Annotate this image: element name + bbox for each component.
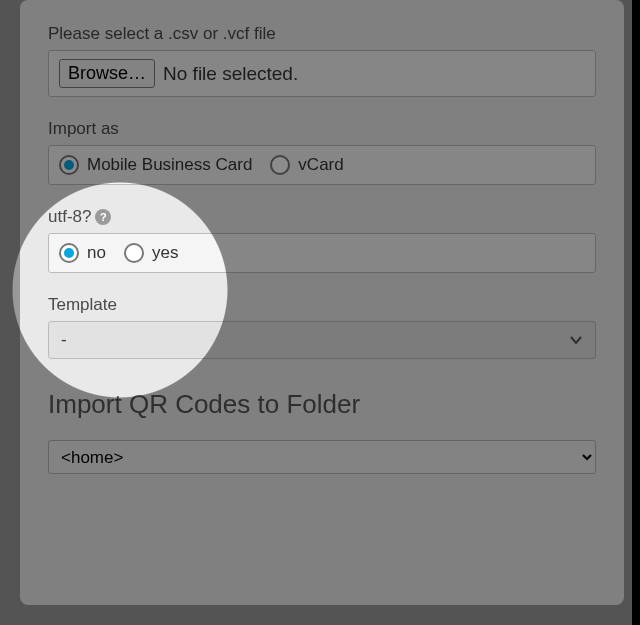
radio-label: no — [87, 243, 106, 263]
utf8-label: utf-8? ? — [48, 207, 596, 227]
radio-unselected-icon — [124, 243, 144, 263]
template-label: Template — [48, 295, 596, 315]
file-status-text: No file selected. — [163, 63, 298, 85]
import-as-option-vcard[interactable]: vCard — [270, 155, 343, 175]
template-select[interactable]: - — [48, 321, 596, 359]
radio-selected-icon — [59, 243, 79, 263]
utf8-label-text: utf-8? — [48, 207, 91, 227]
right-edge-stripe — [632, 0, 640, 625]
help-icon[interactable]: ? — [95, 209, 111, 225]
radio-selected-icon — [59, 155, 79, 175]
template-selected-value: - — [61, 330, 67, 350]
file-input-group: Browse… No file selected. — [48, 50, 596, 97]
chevron-down-icon — [569, 333, 583, 347]
radio-label: vCard — [298, 155, 343, 175]
radio-label: yes — [152, 243, 178, 263]
file-select-label: Please select a .csv or .vcf file — [48, 24, 596, 44]
folder-select[interactable]: <home> — [48, 440, 596, 474]
radio-label: Mobile Business Card — [87, 155, 252, 175]
import-as-label: Import as — [48, 119, 596, 139]
import-form-panel: Please select a .csv or .vcf file Browse… — [20, 0, 624, 605]
radio-unselected-icon — [270, 155, 290, 175]
folder-heading: Import QR Codes to Folder — [48, 389, 596, 420]
import-as-group: Mobile Business Card vCard — [48, 145, 596, 185]
browse-button[interactable]: Browse… — [59, 59, 155, 88]
utf8-group: no yes — [48, 233, 596, 273]
utf8-option-yes[interactable]: yes — [124, 243, 178, 263]
import-as-option-mobile-business-card[interactable]: Mobile Business Card — [59, 155, 252, 175]
utf8-option-no[interactable]: no — [59, 243, 106, 263]
